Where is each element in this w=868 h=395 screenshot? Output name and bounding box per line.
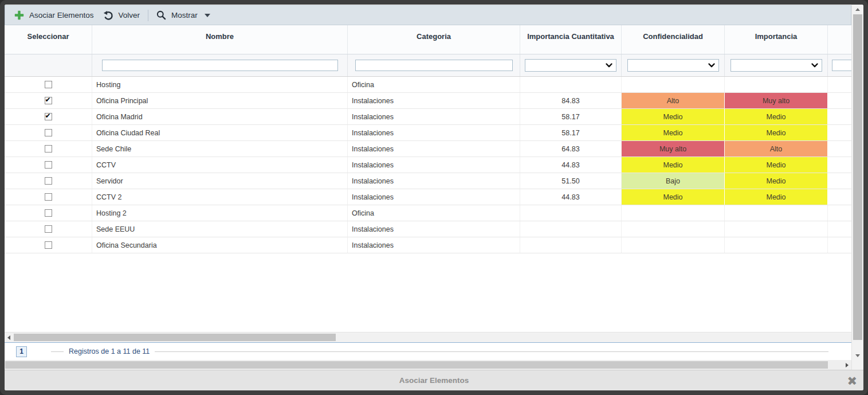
- table-row: Oficina SecundariaInstalaciones: [5, 237, 851, 253]
- confidencialidad-filter-select[interactable]: [627, 59, 719, 72]
- elements-table: SeleccionarNombreCategoriaImportancia Cu…: [5, 25, 851, 343]
- scroll-up-button[interactable]: [852, 5, 863, 14]
- header-row: SeleccionarNombreCategoriaImportancia Cu…: [5, 25, 851, 54]
- confidencialidad-cell: Alto: [622, 93, 725, 108]
- importancia-cell: Medio: [725, 125, 828, 140]
- importancia-cell: [725, 237, 828, 253]
- importancia-cell: Medio: [725, 173, 828, 189]
- records-rule-left: [51, 351, 64, 352]
- importancia-filter-cell: [725, 54, 828, 76]
- nombre-cell: Oficina Madrid: [92, 109, 348, 124]
- importancia-cell: [725, 77, 828, 92]
- modal-horizontal-scrollbar-thumb[interactable]: [5, 361, 828, 369]
- records-rule-right: [155, 351, 828, 352]
- modal-scroll-right-button[interactable]: [843, 360, 851, 370]
- extra-cell: [828, 77, 851, 92]
- column-header-importancia[interactable]: Importancia: [725, 25, 828, 54]
- table-row: CCTV 2Instalaciones44.83MedioMedio: [5, 189, 851, 205]
- horizontal-scrollbar-thumb[interactable]: [14, 334, 336, 341]
- select-cell: [5, 93, 92, 108]
- importancia-cuantitativa-filter-cell: [520, 54, 622, 76]
- filter-row: [5, 54, 851, 77]
- categoria-cell: Oficina: [348, 77, 520, 92]
- table-row: Sede ChileInstalaciones64.83Muy altoAlto: [5, 141, 851, 157]
- mostrar-button[interactable]: Mostrar: [152, 6, 215, 25]
- chevron-down-icon: [205, 14, 210, 17]
- undo-icon: [103, 10, 113, 21]
- row-select-checkbox[interactable]: [45, 129, 52, 136]
- importancia-cell: [725, 221, 828, 237]
- arrow-down-icon: [855, 354, 860, 357]
- column-header-confidencialidad[interactable]: Confidencialidad: [622, 25, 725, 54]
- row-select-checkbox[interactable]: [45, 161, 52, 169]
- column-header-nombre[interactable]: Nombre: [92, 25, 348, 54]
- categoria-filter-input[interactable]: [355, 60, 513, 71]
- confidencialidad-cell: [622, 205, 725, 221]
- scroll-left-button[interactable]: [5, 333, 13, 342]
- importancia-cell: Alto: [725, 141, 828, 157]
- importancia-cuantitativa-filter-select[interactable]: [525, 59, 616, 72]
- asociar-elementos-label: Asociar Elementos: [29, 11, 94, 19]
- extra-cell: [828, 173, 851, 189]
- confidencialidad-cell: [622, 237, 725, 253]
- extra-cell: [828, 205, 851, 221]
- extra-cell: [828, 237, 851, 253]
- row-select-checkbox[interactable]: [45, 145, 52, 152]
- modal-window: Asociar Elementos Volver Mostrar: [0, 0, 868, 395]
- nombre-filter-input[interactable]: [102, 60, 338, 71]
- row-select-checkbox[interactable]: [45, 241, 52, 249]
- importancia-cuantitativa-cell: [520, 221, 622, 237]
- importancia-filter-select[interactable]: [730, 59, 822, 72]
- arrow-right-icon: [846, 363, 849, 367]
- modal-horizontal-scrollbar[interactable]: [5, 360, 851, 370]
- nombre-cell: Hosting 2: [92, 205, 348, 221]
- column-header-importancia-cuantitativa[interactable]: Importancia Cuantitativa: [520, 25, 622, 54]
- search-icon: [156, 10, 166, 20]
- column-header-seleccionar[interactable]: Seleccionar: [5, 25, 92, 54]
- row-select-checkbox[interactable]: [45, 193, 52, 201]
- importancia-cell: Medio: [725, 189, 828, 205]
- row-select-checkbox[interactable]: [45, 209, 52, 217]
- select-cell: [5, 237, 92, 253]
- column-header-categoria[interactable]: Categoria: [348, 25, 520, 54]
- extra-cell: [828, 157, 851, 173]
- importancia-cuantitativa-cell: 58.17: [520, 109, 622, 124]
- page-button-1[interactable]: 1: [16, 346, 27, 357]
- asociar-elementos-button[interactable]: Asociar Elementos: [10, 6, 99, 25]
- importancia-cell: [725, 205, 828, 221]
- select-cell: [5, 77, 92, 92]
- modal-footer: Asociar Elementos ✖: [5, 370, 863, 390]
- importancia-cuantitativa-cell: [520, 205, 622, 221]
- row-select-checkbox[interactable]: [45, 97, 52, 104]
- vertical-scrollbar[interactable]: [851, 5, 863, 360]
- categoria-cell: Instalaciones: [348, 221, 520, 237]
- modal-title: Asociar Elementos: [399, 376, 469, 385]
- row-select-checkbox[interactable]: [45, 177, 52, 185]
- scrollbar-corner: [851, 360, 863, 370]
- categoria-cell: Instalaciones: [348, 141, 520, 157]
- modal-content: Asociar Elementos Volver Mostrar: [5, 5, 863, 390]
- arrow-left-icon: [7, 335, 10, 340]
- close-icon[interactable]: ✖: [847, 374, 857, 386]
- extra-filter-input[interactable]: [832, 60, 851, 71]
- importancia-cuantitativa-cell: 44.83: [520, 189, 622, 205]
- vertical-scrollbar-thumb[interactable]: [853, 14, 862, 340]
- importancia-cell: Medio: [725, 157, 828, 173]
- extra-cell: [828, 93, 851, 108]
- scroll-down-button[interactable]: [852, 351, 863, 360]
- seleccionar-filter-cell: [5, 54, 92, 76]
- confidencialidad-cell: Medio: [622, 157, 725, 173]
- importancia-cuantitativa-cell: 58.17: [520, 125, 622, 140]
- extra-cell: [828, 141, 851, 157]
- horizontal-scrollbar-track[interactable]: [13, 334, 850, 341]
- importancia-cuantitativa-cell: 84.83: [520, 93, 622, 108]
- nombre-cell: Sede Chile: [92, 141, 348, 157]
- select-cell: [5, 205, 92, 221]
- table-horizontal-scrollbar[interactable]: [5, 332, 851, 342]
- nombre-filter-cell: [92, 54, 348, 76]
- volver-button[interactable]: Volver: [99, 6, 145, 25]
- vertical-scrollbar-track[interactable]: [852, 341, 863, 351]
- row-select-checkbox[interactable]: [45, 113, 52, 120]
- row-select-checkbox[interactable]: [45, 225, 52, 233]
- row-select-checkbox[interactable]: [45, 81, 52, 88]
